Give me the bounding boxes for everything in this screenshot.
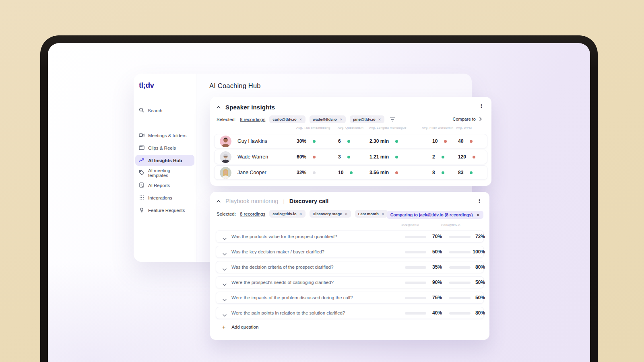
sidebar-item-ai-insights-hub[interactable]: AI Insights Hub [135,155,194,166]
search-icon [139,107,144,113]
speaker-name: Guy Hawkins [237,134,267,148]
close-icon[interactable]: ✕ [340,117,343,121]
selected-recordings-link[interactable]: 8 recordings [240,212,265,216]
question-row[interactable]: Was the decision criteria of the prospec… [216,261,484,273]
chevron-down-icon[interactable] [223,281,227,288]
sidebar-item-label: Feature Requests [148,208,185,213]
sidebar-item-feature-requests[interactable]: Feature Requests [135,205,194,216]
chip-label: wade@tldv.io [313,117,337,121]
filter-chip-carlo[interactable]: carlo@tldv.io ✕ [269,210,305,218]
compare-to-button[interactable]: Compare to [453,117,482,121]
close-icon[interactable]: ✕ [477,213,480,217]
add-question-button[interactable]: + Add question [222,324,258,330]
progress-bar-right [449,266,471,269]
speaker-insights-card: Speaker insights ⋮ Selected: 8 recording… [210,97,491,186]
comparing-to-chip[interactable]: Comparing to jack@tldv.io (8 recordings)… [387,211,483,219]
filter-chip-jane[interactable]: jane@tldv.io ✕ [350,115,384,123]
sidebar-item-clips[interactable]: Clips & Reels [135,142,194,153]
question-text: Was the decision criteria of the prospec… [231,261,333,273]
status-dot [395,171,398,174]
kebab-menu-icon[interactable]: ⋮ [477,197,482,204]
page-title: AI Coaching Hub [209,82,261,90]
lightbulb-icon [139,207,144,214]
add-question-label: Add question [231,325,258,329]
column-header: Avg. WPM [456,126,472,130]
chevron-down-icon[interactable] [223,265,227,273]
sidebar-item-label: AI Insights Hub [148,158,182,163]
grid-dots-icon [139,195,144,201]
selected-recordings-link[interactable]: 8 recordings [240,117,265,122]
progress-bar-right [449,282,471,284]
close-icon[interactable]: ✕ [299,212,302,216]
chevron-down-icon[interactable] [223,235,227,242]
filter-funnel-icon[interactable] [390,117,395,122]
chip-label: jane@tldv.io [353,117,376,121]
question-row[interactable]: Was the products value for the prospect … [216,230,484,243]
sidebar-item-integrations[interactable]: Integrations [135,192,194,203]
speaker-table-header: Avg. Talk time/meeting Avg. Questions/h … [214,126,487,131]
search-button[interactable]: Search [139,107,162,113]
question-text: Were the prospect's needs of cataloging … [231,277,334,288]
chevron-down-icon[interactable] [223,250,227,257]
progress-bar-left [405,297,426,299]
percent-right: 72% [468,231,485,242]
filter-chip-wade[interactable]: wade@tldv.io ✕ [310,115,346,123]
chip-label: carlo@tldv.io [272,212,296,216]
sidebar-item-ai-meeting-templates[interactable]: AI meeting templates [135,167,194,178]
wpm-value: 40 [458,138,463,144]
filter-chip-discovery-stage[interactable]: Discovery stage ✕ [310,210,351,218]
percent-left: 75% [425,292,442,303]
collapse-chevron-icon[interactable] [217,197,221,205]
tag-icon [139,170,144,176]
close-icon[interactable]: ✕ [299,117,302,121]
card-title-muted: Playbook monitoring [225,198,278,204]
column-header-left: Jack@tldv.io [401,223,419,227]
kebab-menu-icon[interactable]: ⋮ [479,103,484,109]
wpm-value: 120 [458,154,466,160]
close-icon[interactable]: ✕ [382,212,384,216]
close-icon[interactable]: ✕ [378,117,381,121]
progress-bar-left [405,251,426,253]
table-row-wade-warren[interactable]: Wade Warren 60% 3 1.21 min 2 120 [214,150,487,164]
column-header: Avg. Longest monologue [369,126,407,130]
percent-left: 90% [425,277,442,288]
question-row[interactable]: Were the impacts of the problem discusse… [216,292,484,304]
status-dot [395,156,398,158]
status-dot [470,140,473,143]
plus-icon: + [222,324,225,330]
status-dot [313,140,316,143]
table-row-jane-cooper[interactable]: Jane Cooper 32% 10 3.56 min 8 83 [214,165,487,180]
question-row[interactable]: Was the key decision maker / buyer clari… [216,246,484,258]
chip-label: Last month [358,212,379,216]
compare-to-label: Compare to [453,117,476,121]
filter-chip-last-month[interactable]: Last month ✕ [355,210,388,218]
column-header: Avg. Questions/h [338,126,363,130]
sidebar-item-ai-reports[interactable]: AI Reports [135,180,194,191]
progress-bar-right [449,236,471,238]
question-text: Was the products value for the prospect … [231,231,337,242]
status-dot [442,156,444,158]
question-row[interactable]: Were the pain points in relation to the … [216,307,484,319]
table-row-guy-hawkins[interactable]: Guy Hawkins 30% 6 2.30 min 10 40 [214,134,487,148]
status-dot [473,156,475,158]
monologue-value: 1.21 min [369,154,389,160]
filter-chip-carlo[interactable]: carlo@tldv.io ✕ [269,115,305,123]
speaker-name: Wade Warren [237,150,268,164]
sidebar-item-meetings[interactable]: Meetings & folders [135,130,194,141]
status-dot [313,171,316,174]
column-header: Avg. Talk time/meeting [296,126,330,130]
percent-right: 80% [468,307,485,319]
progress-bar-left [405,282,426,284]
comparison-column-headers: Jack@tldv.io Carlo@tldv.io [216,223,484,228]
monologue-value: 2.30 min [369,138,389,144]
chevron-down-icon[interactable] [223,311,227,319]
question-row[interactable]: Were the prospect's needs of cataloging … [216,276,484,288]
card-title: Speaker insights [225,104,275,111]
percent-left: 70% [425,231,442,242]
chevron-down-icon[interactable] [223,296,227,303]
sidebar-item-label: Clips & Reels [148,146,176,150]
collapse-chevron-icon[interactable] [217,103,221,111]
close-icon[interactable]: ✕ [345,212,348,216]
percent-left: 50% [425,246,442,257]
percent-right: 50% [468,277,485,288]
